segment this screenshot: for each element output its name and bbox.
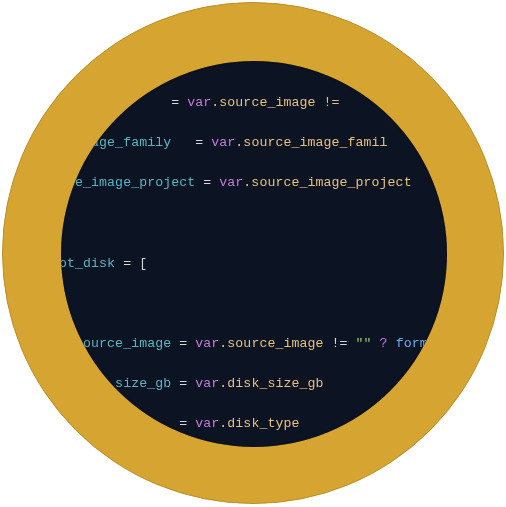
code-token: ource_image_project — [61, 175, 195, 190]
code-token: = — [171, 376, 195, 391]
code-keyword: var — [195, 336, 219, 351]
code-token: boot_disk — [61, 256, 115, 271]
code-viewport: _image = var.source_image != rce_image_f… — [61, 61, 447, 447]
code-token: = — [147, 416, 195, 431]
code-token: ? — [372, 336, 396, 351]
code-keyword: var — [219, 175, 243, 190]
code-token: rce_image_family — [61, 135, 171, 150]
code-string: "" — [356, 336, 372, 351]
code-token: = — [187, 135, 211, 150]
code-token: .disk_type — [219, 416, 299, 431]
code-token — [171, 135, 187, 150]
code-token: _image — [61, 95, 91, 110]
code-token: = — [171, 336, 195, 351]
code-token: = [ — [115, 256, 147, 271]
code-token: != — [324, 336, 356, 351]
code-token — [91, 95, 163, 110]
code-token: (" — [444, 336, 447, 351]
code-token: = — [195, 175, 219, 190]
code-token: .source_image — [219, 336, 323, 351]
code-token: .disk_size_gb — [219, 376, 323, 391]
code-keyword: var — [211, 135, 235, 150]
code-token: .source_image_project — [243, 175, 411, 190]
code-token: disk_type — [61, 416, 147, 431]
code-token: source_image — [61, 336, 171, 351]
code-token: .source_image_famil — [235, 135, 387, 150]
code-token: .source_image != — [211, 95, 339, 110]
code-func: format — [396, 336, 444, 351]
code-keyword: var — [187, 95, 211, 110]
code-keyword: var — [195, 416, 219, 431]
code-token: disk_size_gb — [61, 376, 171, 391]
decorative-ring: _image = var.source_image != rce_image_f… — [2, 2, 504, 504]
code-token: { — [61, 296, 67, 311]
code-token: = — [163, 95, 187, 110]
code-block: _image = var.source_image != rce_image_f… — [61, 73, 447, 447]
code-keyword: var — [195, 376, 219, 391]
